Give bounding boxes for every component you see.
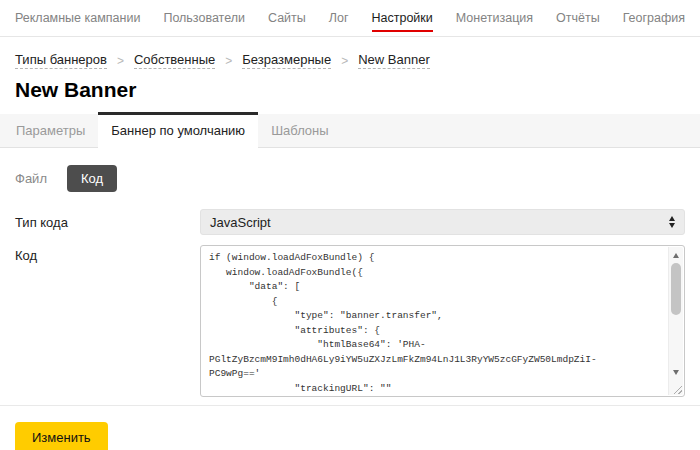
breadcrumb-banner-types[interactable]: Типы баннеров: [15, 52, 107, 69]
nav-item-reports[interactable]: Отчёты: [556, 0, 600, 36]
page-title: New Banner: [15, 78, 685, 102]
scroll-down-button[interactable]: [669, 365, 683, 379]
nav-item-users[interactable]: Пользователи: [163, 0, 245, 36]
select-spinner-icon: [669, 216, 675, 228]
nav-item-log[interactable]: Лог: [329, 0, 349, 36]
tab-default-banner[interactable]: Баннер по умолчанию: [98, 112, 258, 149]
code-type-row: Тип кода JavaScript: [15, 209, 685, 235]
code-label: Код: [15, 245, 200, 397]
code-row: Код if (window.loadAdFoxBundle) { window…: [15, 245, 685, 397]
toggle-code-option[interactable]: Код: [67, 165, 117, 192]
top-nav: Рекламные кампании Пользователи Сайты Ло…: [0, 0, 700, 37]
scroll-down-icon: [673, 370, 679, 375]
code-type-label: Тип кода: [15, 209, 200, 235]
chevron-right-icon: >: [117, 54, 124, 68]
breadcrumb-sizeless[interactable]: Безразмерные: [242, 52, 331, 69]
tab-parameters[interactable]: Параметры: [3, 114, 98, 148]
scroll-up-button[interactable]: [669, 248, 683, 262]
chevron-right-icon: >: [341, 54, 348, 68]
breadcrumb: Типы баннеров > Собственные > Безразмерн…: [15, 52, 685, 69]
breadcrumb-new-banner[interactable]: New Banner: [358, 52, 430, 69]
tab-templates[interactable]: Шаблоны: [258, 114, 342, 148]
code-content[interactable]: if (window.loadAdFoxBundle) { window.loa…: [201, 246, 684, 396]
tab-bar: Параметры Баннер по умолчанию Шаблоны: [0, 114, 700, 148]
nav-item-settings[interactable]: Настройки: [372, 0, 433, 36]
source-toggle: Файл Код: [15, 165, 685, 192]
vertical-scrollbar[interactable]: [668, 247, 683, 395]
nav-item-geography[interactable]: География: [623, 0, 685, 36]
code-textarea[interactable]: if (window.loadAdFoxBundle) { window.loa…: [200, 245, 685, 397]
code-type-select[interactable]: JavaScript: [200, 209, 685, 235]
nav-item-sites[interactable]: Сайты: [268, 0, 306, 36]
nav-item-ad-campaigns[interactable]: Рекламные кампании: [15, 0, 140, 36]
code-type-selected-value: JavaScript: [210, 215, 271, 230]
chevron-right-icon: >: [225, 54, 232, 68]
nav-item-monetization[interactable]: Монетизация: [456, 0, 533, 36]
breadcrumb-own[interactable]: Собственные: [134, 52, 215, 69]
footer: Изменить: [0, 406, 700, 450]
scrollbar-thumb[interactable]: [671, 263, 681, 315]
change-button[interactable]: Изменить: [15, 422, 108, 450]
toggle-file-option[interactable]: Файл: [15, 171, 47, 186]
scroll-up-icon: [673, 253, 679, 258]
